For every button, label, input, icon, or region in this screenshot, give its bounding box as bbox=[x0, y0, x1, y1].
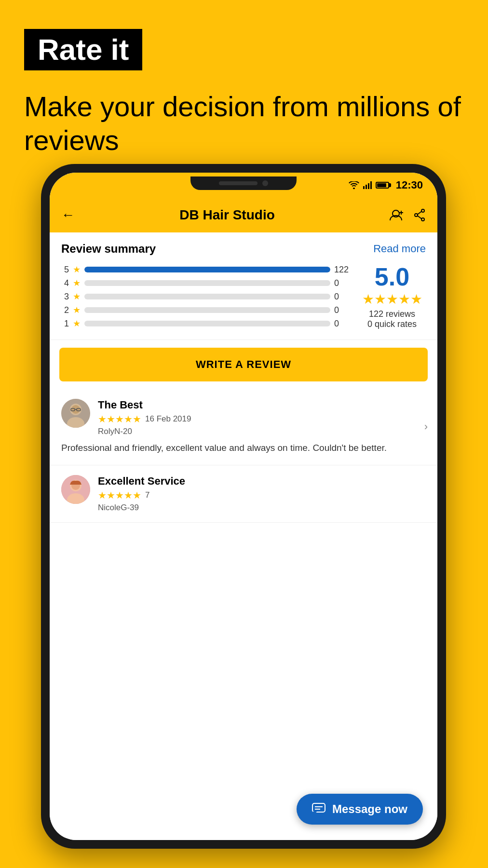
bar-count-3: 0 bbox=[334, 292, 349, 302]
phone-screen: 12:30 ← DB Hair Studio bbox=[50, 173, 437, 840]
rate-it-text: Rate it bbox=[38, 33, 129, 66]
bar-count-4: 0 bbox=[334, 278, 349, 288]
camera-dot bbox=[262, 180, 268, 186]
svg-rect-0 bbox=[363, 186, 365, 189]
add-contact-icon[interactable] bbox=[389, 209, 404, 221]
review-title-1: The Best bbox=[98, 399, 426, 411]
reviews-list: The Best ★★★★★ 16 Feb 2019 RolyN-20 › Pr… bbox=[50, 389, 437, 523]
review-meta-1: The Best ★★★★★ 16 Feb 2019 RolyN-20 bbox=[98, 399, 426, 436]
rating-row-5: 5 ★ 122 bbox=[61, 264, 349, 275]
review-stars-1: ★★★★★ bbox=[98, 413, 141, 425]
app-bar-actions bbox=[389, 209, 426, 221]
svg-rect-2 bbox=[368, 183, 369, 189]
bar-container-3 bbox=[84, 294, 330, 299]
star-4: ★ bbox=[73, 278, 81, 288]
review-header-2: Excellent Service ★★★★★ 7 NicoleG-39 bbox=[61, 475, 426, 513]
star-5: ★ bbox=[73, 264, 81, 275]
svg-line-10 bbox=[418, 212, 421, 215]
rating-num-2: 2 bbox=[61, 305, 69, 315]
summary-title: Review summary bbox=[61, 242, 156, 256]
rating-num-1: 1 bbox=[61, 319, 69, 329]
rating-row-4: 4 ★ 0 bbox=[61, 278, 349, 288]
bar-container-5 bbox=[84, 267, 330, 272]
review-title-2: Excellent Service bbox=[98, 475, 426, 488]
svg-line-11 bbox=[418, 216, 421, 219]
app-bar: ← DB Hair Studio bbox=[50, 198, 437, 232]
ratings-grid: 5 ★ 122 4 ★ bbox=[61, 264, 426, 332]
bar-container-1 bbox=[84, 321, 330, 326]
phone-notch bbox=[190, 176, 297, 190]
review-stars-row-2: ★★★★★ 7 bbox=[98, 489, 426, 501]
score-number: 5.0 bbox=[358, 264, 426, 289]
phone-outer: 12:30 ← DB Hair Studio bbox=[41, 164, 446, 849]
signal-icon bbox=[363, 181, 372, 189]
review-stars-row-1: ★★★★★ 16 Feb 2019 bbox=[98, 413, 426, 425]
star-1: ★ bbox=[73, 318, 81, 329]
battery-icon bbox=[376, 182, 389, 189]
content-area: Review summary Read more 5 ★ bbox=[50, 232, 437, 840]
review-header-1: The Best ★★★★★ 16 Feb 2019 RolyN-20 › bbox=[61, 399, 426, 436]
star-3: ★ bbox=[73, 291, 81, 302]
read-more-link[interactable]: Read more bbox=[373, 243, 426, 255]
svg-point-8 bbox=[415, 214, 418, 217]
share-icon[interactable] bbox=[413, 209, 426, 221]
review-item-1[interactable]: The Best ★★★★★ 16 Feb 2019 RolyN-20 › Pr… bbox=[50, 389, 437, 465]
status-icons: 12:30 bbox=[349, 179, 423, 191]
message-now-label: Message now bbox=[332, 802, 407, 816]
speaker-bar bbox=[219, 181, 258, 185]
header-section: Rate it Make your decision from millions… bbox=[0, 0, 488, 171]
review-meta-2: Excellent Service ★★★★★ 7 NicoleG-39 bbox=[98, 475, 426, 513]
message-icon bbox=[312, 803, 325, 815]
bar-count-5: 122 bbox=[334, 265, 349, 275]
svg-rect-3 bbox=[370, 181, 372, 189]
rating-num-3: 3 bbox=[61, 292, 69, 302]
svg-point-7 bbox=[421, 209, 424, 212]
bar-count-2: 0 bbox=[334, 305, 349, 315]
review-username-1: RolyN-20 bbox=[98, 427, 426, 436]
status-time: 12:30 bbox=[396, 179, 423, 191]
tagline: Make your decision from millions of revi… bbox=[24, 90, 464, 157]
review-username-2: NicoleG-39 bbox=[98, 503, 426, 513]
rating-num-4: 4 bbox=[61, 278, 69, 288]
wifi-icon bbox=[349, 181, 359, 189]
bar-count-1: 0 bbox=[334, 319, 349, 329]
score-quick-rates: 0 quick rates bbox=[358, 319, 426, 329]
star-2: ★ bbox=[73, 305, 81, 315]
review-stars-2: ★★★★★ bbox=[98, 489, 141, 501]
rating-row-3: 3 ★ 0 bbox=[61, 291, 349, 302]
bar-container-2 bbox=[84, 307, 330, 313]
ratings-score: 5.0 ★★★★★ 122 reviews 0 quick rates bbox=[358, 264, 426, 332]
bar-fill-5 bbox=[84, 267, 330, 272]
message-now-button[interactable]: Message now bbox=[297, 794, 423, 825]
svg-rect-1 bbox=[366, 185, 367, 189]
avatar-1 bbox=[61, 399, 90, 428]
app-title: DB Hair Studio bbox=[73, 207, 381, 223]
svg-rect-23 bbox=[312, 803, 325, 812]
avatar-2 bbox=[61, 475, 90, 504]
bar-container-4 bbox=[84, 280, 330, 286]
rating-num-5: 5 bbox=[61, 265, 69, 275]
chevron-right-icon-1: › bbox=[424, 420, 428, 433]
svg-point-9 bbox=[421, 218, 424, 221]
review-date-1: 16 Feb 2019 bbox=[145, 414, 191, 424]
rating-row-2: 2 ★ 0 bbox=[61, 305, 349, 315]
review-summary: Review summary Read more 5 ★ bbox=[50, 232, 437, 340]
score-reviews: 122 reviews bbox=[358, 309, 426, 319]
rating-row-1: 1 ★ 0 bbox=[61, 318, 349, 329]
summary-header: Review summary Read more bbox=[61, 242, 426, 256]
review-item-2[interactable]: Excellent Service ★★★★★ 7 NicoleG-39 bbox=[50, 465, 437, 523]
score-stars: ★★★★★ bbox=[358, 291, 426, 307]
review-date-2: 7 bbox=[145, 490, 149, 500]
rate-it-badge: Rate it bbox=[24, 29, 142, 70]
write-review-button[interactable]: WRITE A REVIEW bbox=[59, 348, 428, 381]
phone-wrapper: 12:30 ← DB Hair Studio bbox=[41, 164, 446, 849]
ratings-bars: 5 ★ 122 4 ★ bbox=[61, 264, 349, 332]
review-text-1: Professional and friendly, excellent val… bbox=[61, 441, 426, 455]
